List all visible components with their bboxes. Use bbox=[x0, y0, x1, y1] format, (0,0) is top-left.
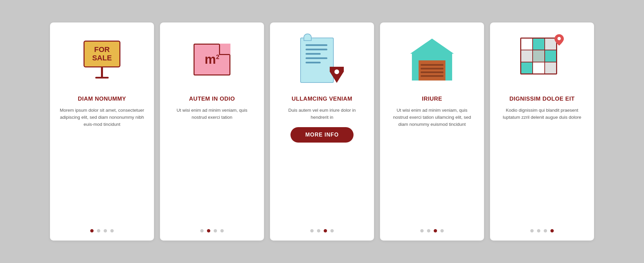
card-3-dots bbox=[310, 226, 334, 232]
shield-dot bbox=[334, 69, 339, 74]
garage-body bbox=[412, 54, 452, 81]
garage-roof bbox=[410, 39, 454, 54]
map-cell-2 bbox=[533, 38, 544, 50]
dot-1[interactable] bbox=[200, 229, 204, 232]
card-4-icon bbox=[405, 33, 459, 86]
map-cell-4 bbox=[521, 50, 533, 62]
shield-shape bbox=[330, 67, 344, 83]
forsale-base bbox=[95, 77, 109, 78]
pin-svg bbox=[554, 34, 564, 46]
card-3: ULLAMCING VENIAM Duis autem vel eum iriu… bbox=[270, 22, 374, 241]
dot-2[interactable] bbox=[97, 229, 100, 232]
card-1: FORSALE DIAM NONUMMY Morem ipsum dolor s… bbox=[50, 22, 154, 241]
dot-4[interactable] bbox=[440, 229, 444, 232]
dot-4[interactable] bbox=[550, 229, 554, 232]
card-2-icon: m2 bbox=[185, 33, 239, 86]
card-2-title: AUTEM IN ODIO bbox=[189, 96, 235, 102]
dot-3[interactable] bbox=[324, 229, 327, 232]
card-2-text: Ut wisi enim ad minim veniam, quis nostr… bbox=[169, 107, 255, 121]
dot-2[interactable] bbox=[427, 229, 430, 232]
map-cell-9 bbox=[545, 62, 556, 74]
card-1-title: DIAM NONUMMY bbox=[78, 96, 126, 102]
card-5-text: Kodio dignissim qui blandit praesent lup… bbox=[499, 107, 585, 121]
card-5-icon bbox=[515, 33, 569, 86]
card-1-dots bbox=[90, 226, 114, 232]
card-4-text: Ut wisi enim ad minim veniam, quis nostr… bbox=[389, 107, 475, 128]
map-cell-5 bbox=[533, 50, 544, 62]
card-5-dots bbox=[530, 226, 554, 232]
dot-3[interactable] bbox=[434, 229, 437, 232]
dot-2[interactable] bbox=[317, 229, 320, 232]
doc-line-2 bbox=[306, 49, 327, 50]
document-shield-icon bbox=[300, 34, 344, 85]
dot-4[interactable] bbox=[220, 229, 224, 232]
card-1-icon: FORSALE bbox=[75, 33, 129, 86]
shield-icon bbox=[330, 67, 344, 83]
doc-scroll bbox=[300, 38, 334, 83]
forsale-sign-icon: FORSALE bbox=[84, 41, 120, 78]
dot-4[interactable] bbox=[330, 229, 334, 232]
doc-line-1 bbox=[306, 44, 327, 46]
garage-stripe-4 bbox=[421, 75, 443, 77]
dot-3[interactable] bbox=[214, 229, 217, 232]
m2-icon: m2 bbox=[194, 44, 230, 75]
forsale-board: FORSALE bbox=[84, 41, 120, 67]
cards-container: FORSALE DIAM NONUMMY Morem ipsum dolor s… bbox=[30, 9, 614, 254]
dot-2[interactable] bbox=[537, 229, 540, 232]
dot-1[interactable] bbox=[420, 229, 424, 232]
garage-door bbox=[419, 60, 445, 81]
map-pin-icon bbox=[554, 34, 564, 46]
m2-text: m2 bbox=[205, 52, 219, 67]
map-icon bbox=[520, 38, 564, 81]
map-cell-8 bbox=[533, 62, 544, 74]
forsale-pole bbox=[101, 67, 103, 77]
dot-4[interactable] bbox=[110, 229, 114, 232]
card-1-text: Morem ipsum dolor sit amet, consectetuer… bbox=[59, 107, 145, 128]
card-3-title: ULLAMCING VENIAM bbox=[292, 96, 353, 102]
doc-line-4 bbox=[306, 57, 327, 59]
dot-3[interactable] bbox=[104, 229, 107, 232]
card-3-icon bbox=[295, 33, 349, 86]
map-cell-7 bbox=[521, 62, 533, 74]
card-3-text: Duis autem vel eum iriure dolor in hendr… bbox=[279, 107, 365, 121]
card-4-dots bbox=[420, 226, 444, 232]
m2-shape: m2 bbox=[194, 44, 230, 75]
card-2: m2 AUTEM IN ODIO Ut wisi enim ad minim v… bbox=[160, 22, 264, 241]
doc-line-3 bbox=[306, 53, 321, 55]
garage-stripe-3 bbox=[421, 71, 443, 73]
map-cell-6 bbox=[545, 50, 556, 62]
doc-lines bbox=[306, 44, 327, 63]
dot-1[interactable] bbox=[90, 229, 94, 232]
card-4-title: IRIURE bbox=[422, 96, 442, 102]
card-4: IRIURE Ut wisi enim ad minim veniam, qui… bbox=[380, 22, 484, 241]
dot-3[interactable] bbox=[544, 229, 547, 232]
map-grid bbox=[520, 38, 557, 74]
more-info-button[interactable]: MORE INFO bbox=[290, 127, 354, 143]
garage-stripe-1 bbox=[421, 64, 443, 66]
dot-1[interactable] bbox=[310, 229, 314, 232]
map-cell-1 bbox=[521, 38, 533, 50]
dot-1[interactable] bbox=[530, 229, 534, 232]
forsale-text: FORSALE bbox=[92, 46, 112, 62]
card-2-dots bbox=[200, 226, 224, 232]
garage-icon bbox=[410, 39, 454, 81]
garage-stripe-2 bbox=[421, 68, 443, 69]
doc-line-5 bbox=[306, 62, 321, 63]
svg-point-0 bbox=[557, 37, 561, 40]
card-5: DIGNISSIM DOLOE EIT Kodio dignissim qui … bbox=[490, 22, 594, 241]
card-5-title: DIGNISSIM DOLOE EIT bbox=[509, 96, 575, 102]
dot-2[interactable] bbox=[207, 229, 210, 232]
pin-shape bbox=[554, 34, 564, 46]
